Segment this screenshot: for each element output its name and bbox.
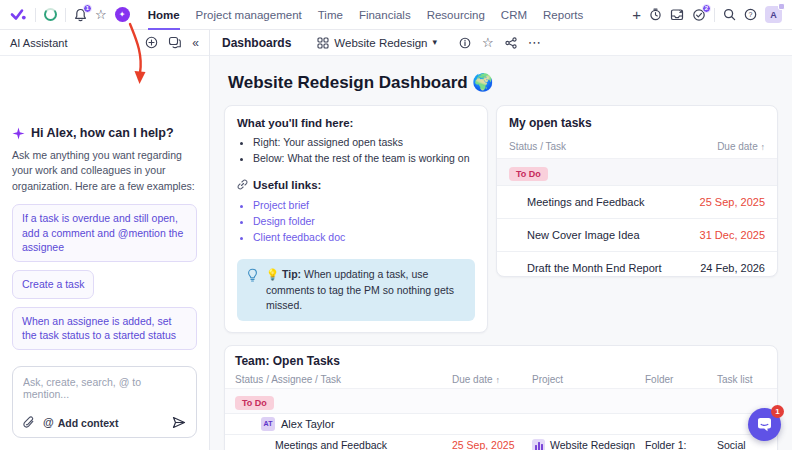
task-title[interactable]: New Cover Image Idea — [527, 229, 640, 241]
app-logo[interactable] — [10, 8, 27, 21]
nav-item-reports[interactable]: Reports — [543, 0, 583, 30]
todo-group-row[interactable]: To Do — [497, 158, 777, 185]
sort-asc-icon: ↑ — [495, 375, 500, 385]
ai-prompt-input[interactable] — [23, 376, 186, 406]
ai-sparkle-icon: ✦ — [115, 7, 130, 22]
suggestion-chip-assignee-status[interactable]: When an assignee is added, set the task … — [12, 307, 197, 350]
question-icon: ? — [744, 8, 757, 21]
app-body: AI Assistant « Hi Alex, — [0, 30, 792, 450]
todo-group-row[interactable]: To Do — [225, 388, 777, 413]
suggestion-chip-create-task[interactable]: Create a task — [12, 270, 94, 299]
nav-item-home[interactable]: Home — [148, 0, 180, 30]
ai-assistant-toggle[interactable]: ✦ — [115, 7, 130, 22]
column-project[interactable]: Project — [532, 374, 645, 385]
star-dashboard-button[interactable]: ☆ — [482, 36, 494, 49]
project-icon — [532, 439, 545, 450]
dashboard-selector[interactable]: Website Redesign ▾ — [317, 37, 437, 49]
link-project-brief[interactable]: Project brief — [253, 199, 309, 211]
table-row[interactable]: Meetings and Feedback 25 Sep, 2025 — [497, 185, 777, 218]
page-title: Website Redesign Dashboard 🌍 — [228, 72, 778, 93]
svg-text:?: ? — [749, 11, 753, 18]
table-row[interactable]: Draft the Month End Report 24 Feb, 2026 — [497, 251, 777, 277]
ai-description: Ask me anything you want regarding your … — [12, 148, 197, 194]
divider — [714, 8, 715, 22]
info-button[interactable] — [459, 37, 471, 49]
chat-bubble-icon — [756, 417, 773, 433]
search-button[interactable] — [723, 8, 736, 21]
new-chat-button[interactable] — [145, 36, 158, 49]
info-icon — [459, 37, 471, 49]
assignee-avatar: AT — [261, 417, 275, 431]
add-context-button[interactable]: @ Add context — [43, 417, 118, 429]
share-icon — [505, 37, 517, 49]
task-title[interactable]: Meetings and Feedback — [527, 196, 644, 208]
table-row[interactable]: New Cover Image Idea 31 Dec, 2025 — [497, 218, 777, 251]
top-bar: 1 ☆ ✦ Home Project management Time Finan… — [0, 0, 792, 30]
dashboard-grid-icon — [317, 37, 329, 49]
add-context-label: Add context — [58, 417, 119, 429]
breadcrumb[interactable]: Dashboards — [222, 36, 291, 50]
nav-item-crm[interactable]: CRM — [501, 0, 527, 30]
my-tasks-header-row: Status / Task Due date ↑ — [497, 138, 777, 158]
status-badge-todo: To Do — [509, 167, 548, 181]
my-tasks-title: My open tasks — [497, 106, 777, 138]
support-chat-button[interactable]: 1 — [748, 408, 781, 441]
favorites-button[interactable]: ☆ — [95, 8, 107, 21]
suggestion-chip-overdue[interactable]: If a task is overdue and still open, add… — [12, 204, 197, 262]
task-title[interactable]: Meetings and Feedback — [235, 439, 452, 450]
star-icon: ☆ — [95, 8, 107, 21]
dashboard-content: Website Redesign Dashboard 🌍 What you'll… — [210, 56, 792, 450]
link-design-folder[interactable]: Design folder — [253, 215, 315, 227]
progress-ring-icon — [44, 8, 57, 21]
team-open-tasks-widget: Team: Open Tasks Status / Assignee / Tas… — [224, 345, 778, 450]
attach-file-button[interactable] — [23, 416, 35, 429]
divider — [65, 8, 66, 22]
timer-progress-ring[interactable] — [44, 8, 57, 21]
nav-item-resourcing[interactable]: Resourcing — [427, 0, 485, 30]
user-avatar[interactable]: A — [765, 6, 782, 23]
time-tracker-button[interactable] — [649, 8, 662, 21]
approvals-badge: 2 — [702, 4, 711, 13]
status-badge-todo: To Do — [235, 396, 274, 410]
collapse-sidebar-button[interactable]: « — [192, 37, 199, 49]
task-title[interactable]: Draft the Month End Report — [527, 262, 662, 274]
nav-item-project-management[interactable]: Project management — [196, 0, 302, 30]
info-widget-title: What you'll find here: — [237, 117, 475, 129]
nav-item-time[interactable]: Time — [318, 0, 343, 30]
due-date-label: Due date — [717, 141, 758, 152]
column-due-date[interactable]: Due date ↑ — [452, 374, 532, 385]
search-icon — [723, 8, 736, 21]
create-button[interactable]: + — [632, 7, 641, 22]
sparkle-icon — [12, 127, 25, 140]
primary-nav: Home Project management Time Financials … — [148, 0, 584, 30]
assignee-group-row[interactable]: AT Alex Taylor — [225, 413, 777, 434]
info-bullets: Right: Your assigned open tasks Below: W… — [253, 135, 475, 167]
folder-cell[interactable]: Folder 1: Visual Assets — [645, 439, 717, 450]
table-row[interactable]: Meetings and Feedback 25 Sep, 2025 Websi… — [225, 434, 777, 450]
inbox-button[interactable] — [670, 8, 684, 21]
notifications-button[interactable]: 1 — [74, 8, 87, 22]
plus-icon: + — [632, 7, 641, 22]
column-status-assignee-task[interactable]: Status / Assignee / Task — [235, 374, 452, 385]
column-due-date[interactable]: Due date ↑ — [717, 141, 765, 152]
column-folder[interactable]: Folder — [645, 374, 717, 385]
project-cell[interactable]: Website Redesign Project — [532, 439, 645, 450]
column-task-list[interactable]: Task list — [717, 374, 767, 385]
send-icon — [172, 416, 186, 429]
info-widget: What you'll find here: Right: Your assig… — [224, 105, 488, 333]
notifications-badge: 1 — [83, 4, 92, 13]
task-list-cell[interactable]: Social Media Previews — [717, 439, 767, 450]
link-client-feedback-doc[interactable]: Client feedback doc — [253, 231, 345, 243]
help-button[interactable]: ? — [744, 8, 757, 21]
team-tasks-header-row: Status / Assignee / Task Due date ↑ Proj… — [225, 372, 777, 388]
approvals-button[interactable]: 2 — [692, 8, 706, 22]
chat-history-button[interactable] — [168, 36, 182, 49]
ai-assistant-header: AI Assistant « — [0, 30, 209, 56]
divider — [35, 8, 36, 22]
tip-text: 💡 Tip: When updating a task, use comment… — [266, 267, 466, 313]
nav-item-financials[interactable]: Financials — [359, 0, 411, 30]
share-button[interactable] — [505, 37, 517, 49]
send-button[interactable] — [172, 416, 186, 429]
more-options-button[interactable]: ⋯ — [528, 36, 541, 49]
column-status-task[interactable]: Status / Task — [509, 141, 566, 152]
